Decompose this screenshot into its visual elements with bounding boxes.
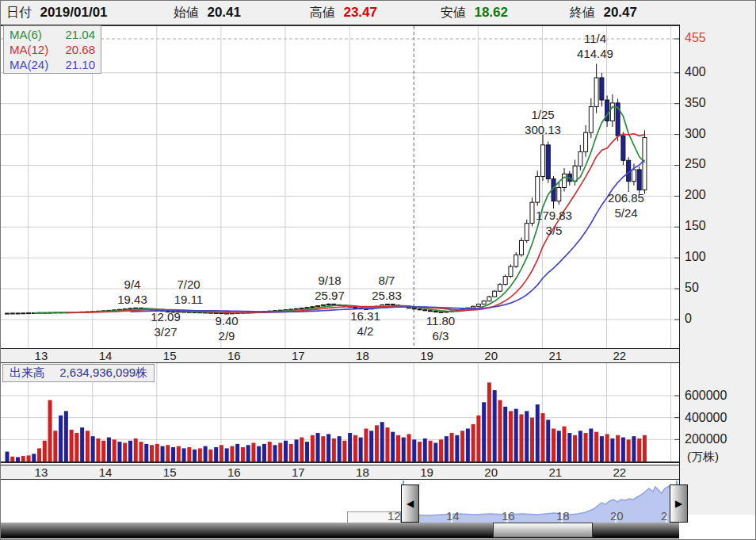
- chart-annotation: 16.314/2: [350, 309, 380, 338]
- range-navigator[interactable]: [1, 479, 679, 523]
- navigator-year-label: 20: [610, 509, 624, 523]
- volume-xaxis-tick: 19: [420, 465, 433, 479]
- volume-xaxis-tick: 18: [356, 465, 369, 479]
- chart-annotation: 12.093/27: [151, 310, 181, 339]
- volume-total-box: 出来高 2,634,936,099株: [2, 364, 155, 382]
- chart-annotation: 8/725.83: [372, 274, 402, 302]
- right-arrow-icon: ▶: [675, 498, 682, 509]
- ma24-label: MA(24): [10, 58, 48, 71]
- open-value: 20.41: [207, 5, 241, 20]
- volume-axis-label: 200000: [685, 432, 727, 446]
- horizontal-scrollbar-thumb[interactable]: [493, 523, 593, 538]
- chart-annotation: 206.855/24: [608, 191, 644, 220]
- price-axis-label: 300: [685, 127, 706, 141]
- stock-chart-app: 日付 2019/01/01 始値 20.41 高値 23.47 安値 18.62…: [0, 0, 756, 540]
- volume-xaxis-tick: 14: [99, 465, 113, 479]
- volume-xaxis-tick: 21: [548, 465, 562, 479]
- navigator-year-label: 12: [388, 509, 401, 523]
- price-axis-label: 400: [685, 65, 706, 79]
- price-xaxis-tick: 14: [99, 349, 113, 362]
- price-xaxis-tick: 16: [227, 349, 241, 362]
- volume-axis-label: 600000: [685, 389, 727, 403]
- price-xaxis-tick: 13: [35, 349, 48, 362]
- ma24-legend-row: MA(24) 21.10: [4, 57, 101, 72]
- price-axis-label: 100: [685, 250, 706, 264]
- price-xaxis-tick: 20: [484, 349, 498, 362]
- volume-xaxis-tick: 17: [292, 465, 305, 479]
- quote-bar: 日付 2019/01/01 始値 20.41 高値 23.47 安値 18.62…: [1, 1, 755, 26]
- chart-annotation: 7/2019.11: [174, 278, 203, 306]
- volume-xaxis-tick: 22: [613, 465, 627, 479]
- range-left-handle-button[interactable]: ◀: [401, 484, 419, 523]
- ma24-value: 21.10: [65, 58, 95, 71]
- price-axis-max-label: 455: [685, 31, 706, 45]
- low-value: 18.62: [474, 5, 508, 20]
- price-xaxis-tick: 18: [356, 349, 369, 362]
- chart-annotation: 9/1825.97: [315, 274, 345, 302]
- price-axis-label: 200: [685, 188, 706, 202]
- volume-xaxis-tick: 15: [163, 465, 177, 479]
- price-xaxis-tick: 22: [613, 349, 627, 362]
- price-axis-label: 50: [685, 281, 699, 295]
- low-label: 安値 18.62: [441, 5, 508, 21]
- left-arrow-icon: ◀: [407, 498, 414, 509]
- price-xaxis-tick: 17: [292, 349, 305, 362]
- close-label: 終値 20.47: [570, 5, 637, 21]
- ma6-value: 21.04: [65, 28, 95, 41]
- price-chart-plot[interactable]: 9/419.437/2019.1112.093/279.402/99/1825.…: [1, 25, 679, 348]
- price-axis-label: 150: [685, 219, 706, 233]
- volume-total: 2,634,936,099株: [59, 366, 147, 379]
- range-right-handle-button[interactable]: ▶: [670, 484, 688, 523]
- volume-xaxis-tick: 20: [484, 465, 498, 479]
- horizontal-scrollbar-track[interactable]: [1, 523, 679, 538]
- chart-annotation: 11.806/3: [426, 314, 455, 343]
- price-axis-label: 0: [685, 312, 692, 326]
- ma12-legend-row: MA(12) 20.68: [4, 42, 101, 57]
- volume-unit-label: (万株): [687, 450, 719, 465]
- chart-annotation: 1/25300.13: [525, 108, 561, 136]
- price-xaxis-tick: 19: [420, 349, 433, 362]
- right-axis-panel: 4550501001502002503003504006000004000002…: [679, 25, 756, 515]
- volume-xaxis-tick: 13: [35, 465, 48, 479]
- close-value: 20.47: [603, 5, 637, 20]
- navigator-year-label: 18: [556, 509, 570, 523]
- volume-xaxis-tick: 16: [227, 465, 241, 479]
- navigator-year-label: 2: [661, 509, 667, 523]
- ma-legend: MA(6) 21.04 MA(12) 20.68 MA(24) 21.10: [3, 25, 101, 74]
- chart-annotation: 11/4414.49: [577, 32, 613, 60]
- chart-annotation: 9/419.43: [117, 278, 147, 306]
- price-xaxis-tick: 21: [548, 349, 562, 362]
- volume-label: 出来高: [10, 366, 45, 379]
- ma6-label: MA(6): [10, 28, 42, 41]
- open-label: 始値 20.41: [174, 5, 241, 21]
- ma12-value: 20.68: [65, 43, 95, 56]
- ma12-label: MA(12): [10, 43, 48, 56]
- price-axis-label: 350: [685, 96, 706, 110]
- volume-axis-label: 400000: [685, 411, 727, 425]
- chart-annotation: 9.402/9: [215, 314, 238, 343]
- high-label: 高値 23.47: [310, 5, 377, 21]
- price-xaxis-tick: 15: [163, 349, 177, 362]
- navigator-year-label: 14: [446, 509, 460, 523]
- high-value: 23.47: [343, 5, 377, 20]
- chart-annotation: 179.833/5: [536, 209, 572, 237]
- navigator-year-label: 16: [502, 509, 515, 523]
- price-axis-label: 250: [685, 157, 706, 171]
- ma6-legend-row: MA(6) 21.04: [4, 27, 101, 42]
- date-label: 日付 2019/01/01: [6, 5, 108, 21]
- date-value: 2019/01/01: [40, 5, 107, 20]
